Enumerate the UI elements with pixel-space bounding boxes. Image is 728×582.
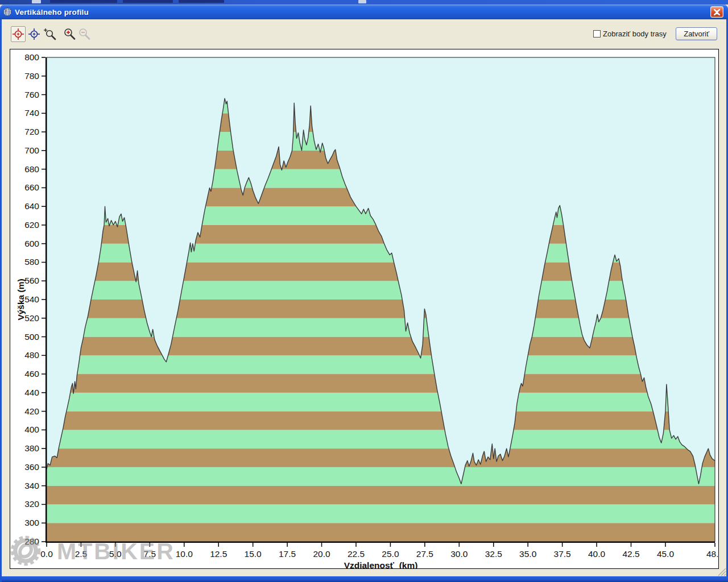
track-position-button[interactable] (11, 26, 26, 42)
x-tick-label: 37.5 (554, 549, 571, 559)
y-tick-label: 600 (24, 239, 39, 248)
window-title: Vertikálneho profilu (15, 8, 89, 16)
y-tick-label: 640 (24, 201, 39, 211)
x-tick-label: 2.5 (75, 549, 88, 559)
y-tick-label: 320 (24, 499, 39, 509)
y-tick-label: 580 (24, 257, 39, 267)
x-tick-label: 12.5 (210, 549, 227, 559)
y-tick-label: 520 (24, 313, 39, 323)
y-tick-label: 440 (24, 388, 39, 397)
window-bottom-border (2, 576, 728, 582)
x-tick-label: 15.0 (245, 549, 262, 559)
close-icon (713, 9, 721, 15)
window-resize-grip[interactable] (716, 567, 726, 576)
show-track-points-checkbox[interactable] (593, 30, 601, 38)
y-tick-label: 760 (24, 90, 39, 99)
y-tick-label: 800 (24, 52, 39, 62)
x-tick-label: 45.0 (657, 549, 675, 559)
x-axis-title: Vzdialenosť (km) (344, 560, 418, 568)
zoom-out-button[interactable] (77, 26, 92, 42)
zoom-select-icon (43, 27, 57, 41)
y-tick-label: 280 (24, 537, 39, 546)
x-tick-label: 17.5 (279, 549, 296, 559)
center-map-button[interactable] (27, 26, 42, 42)
background-title-fragment (50, 0, 117, 3)
y-tick-label: 540 (24, 294, 39, 304)
x-tick-label: 7.5 (144, 549, 156, 559)
titlebar[interactable]: Vertikálneho profilu (0, 5, 728, 19)
close-dialog-button[interactable]: Zatvoriť (676, 27, 717, 40)
background-title-fragment (179, 0, 224, 3)
y-tick-label: 660 (24, 182, 39, 192)
show-track-points-label: Zobraziť body trasy (603, 30, 667, 38)
x-tick-label: 5.0 (109, 549, 122, 559)
x-tick-label: 42.5 (622, 549, 639, 559)
y-tick-label: 400 (24, 425, 39, 434)
background-window-icon (32, 0, 41, 3)
background-window-icon (358, 0, 366, 3)
y-tick-label: 500 (24, 332, 39, 342)
x-tick-label: 0.0 (40, 549, 53, 559)
background-title-fragment (123, 0, 173, 3)
y-axis-title: Výška (m) (16, 278, 26, 320)
x-tick-label: 32.5 (485, 549, 502, 559)
y-tick-label: 460 (24, 369, 39, 379)
x-tick-label: 40.0 (588, 549, 606, 559)
y-tick-label: 360 (24, 462, 39, 472)
x-tick-label: 48.6 (706, 549, 718, 559)
y-tick-label: 620 (24, 220, 39, 230)
x-tick-label: 20.0 (313, 549, 330, 559)
x-tick-label: 25.0 (382, 549, 399, 559)
y-tick-label: 480 (24, 350, 39, 360)
y-tick-label: 720 (24, 127, 39, 136)
y-tick-label: 380 (24, 443, 39, 453)
y-tick-label: 300 (24, 518, 39, 527)
y-tick-label: 340 (24, 481, 39, 490)
zoom-out-icon (77, 27, 91, 41)
x-tick-label: 27.5 (416, 549, 433, 559)
background-window-strip (0, 0, 728, 5)
toolbar: Zobraziť body trasy Zatvoriť (2, 19, 726, 49)
y-tick-label: 560 (24, 276, 39, 285)
close-window-button[interactable] (710, 6, 723, 18)
y-tick-label: 780 (24, 71, 39, 81)
profile-window: Vertikálneho profilu (0, 5, 728, 582)
x-tick-label: 35.0 (519, 549, 537, 559)
y-tick-label: 680 (24, 164, 39, 174)
x-tick-label: 30.0 (450, 549, 468, 559)
zoom-in-button[interactable] (62, 26, 77, 42)
crosshair-blue-icon (28, 28, 40, 40)
window-icon (3, 7, 12, 16)
crosshair-red-icon (12, 28, 24, 40)
y-tick-label: 700 (24, 146, 39, 155)
elevation-chart-canvas[interactable]: 2803003203403603804004204404604805005205… (10, 49, 719, 569)
x-tick-label: 22.5 (348, 549, 365, 559)
y-tick-label: 420 (24, 406, 39, 416)
x-tick-label: 10.0 (176, 549, 193, 559)
zoom-in-icon (63, 27, 76, 41)
y-tick-label: 740 (24, 108, 39, 118)
elevation-profile-plot[interactable]: 2803003203403603804004204404604805005205… (10, 49, 718, 568)
zoom-area-button[interactable] (43, 26, 57, 42)
